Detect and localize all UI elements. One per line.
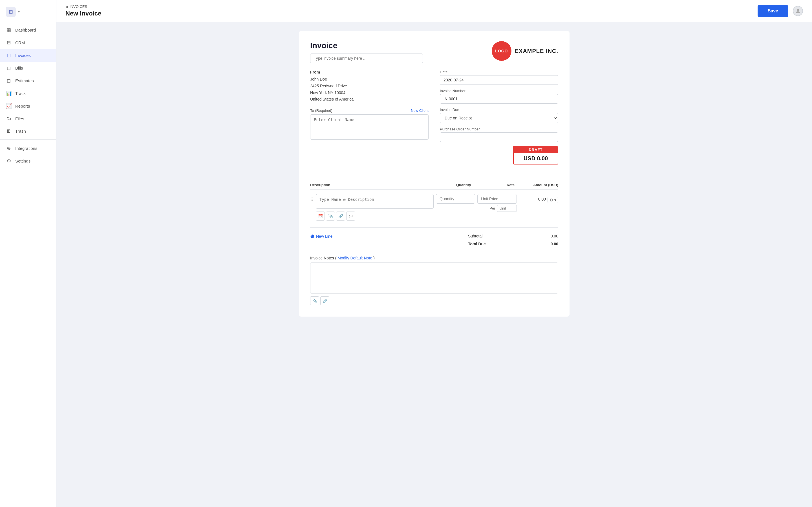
- estimates-icon: ◻: [6, 78, 12, 83]
- breadcrumb-arrow-icon: ◀: [65, 5, 68, 9]
- avatar[interactable]: [793, 6, 803, 16]
- sidebar: ⊞ ▾ ▦ Dashboard ⊟ CRM ◻ Invoices ◻ Bills…: [0, 0, 56, 507]
- line-item: ⠿ 📅 📎 🔗 🏷 Per: [310, 192, 558, 223]
- sidebar-nav: ▦ Dashboard ⊟ CRM ◻ Invoices ◻ Bills ◻ E…: [0, 24, 56, 503]
- topbar-right: Save: [758, 5, 803, 17]
- settings-icon: ⚙: [6, 158, 12, 164]
- dashboard-icon: ▦: [6, 27, 12, 33]
- notes-icons: 📎 🔗: [310, 296, 558, 305]
- line-item-icons: 📅 📎 🔗 🏷: [316, 212, 434, 221]
- form-right: Date Invoice Number Invoice Due Due on R…: [440, 70, 558, 170]
- invoice-number-input[interactable]: [440, 94, 558, 104]
- divider-1: [310, 176, 558, 176]
- date-input[interactable]: [440, 75, 558, 85]
- draft-box: DRAFT USD 0.00: [513, 146, 558, 165]
- sidebar-item-bills[interactable]: ◻ Bills: [0, 62, 56, 74]
- from-address2: New York NY 10004: [310, 90, 428, 96]
- total-due-label: Total Due: [468, 242, 486, 246]
- draft-badge: DRAFT: [514, 147, 558, 153]
- sidebar-item-label: CRM: [15, 40, 25, 45]
- invoice-card: Invoice LOGO EXAMPLE INC. From John Doe: [299, 31, 569, 317]
- invoice-due-select[interactable]: Due on Receipt Net 15 Net 30 Net 60 Cust…: [440, 113, 558, 123]
- invoice-due-field-group: Invoice Due Due on Receipt Net 15 Net 30…: [440, 108, 558, 123]
- notes-section: Invoice Notes ( Modify Default Note ) 📎 …: [310, 256, 558, 305]
- invoice-left-header: Invoice: [310, 41, 423, 63]
- to-header: To (Required) New Client: [310, 108, 428, 113]
- unit-price-input[interactable]: [477, 194, 516, 204]
- plus-icon: ⊕: [310, 233, 314, 239]
- new-client-link[interactable]: New Client: [411, 108, 428, 113]
- drag-handle-icon[interactable]: ⠿: [310, 194, 313, 202]
- sidebar-item-label: Bills: [15, 66, 23, 70]
- sidebar-item-integrations[interactable]: ⊕ Integrations: [0, 142, 56, 155]
- date-label: Date: [440, 70, 558, 74]
- calendar-icon-btn[interactable]: 📅: [316, 212, 325, 221]
- invoice-summary-input[interactable]: [310, 54, 423, 63]
- sidebar-item-dashboard[interactable]: ▦ Dashboard: [0, 24, 56, 36]
- quantity-input[interactable]: [436, 194, 475, 204]
- new-line-label: New Line: [316, 234, 333, 238]
- crm-icon: ⊟: [6, 40, 12, 46]
- topbar-left: ◀ INVOICES New Invoice: [65, 4, 101, 17]
- integrations-icon: ⊕: [6, 145, 12, 151]
- tag-icon-btn[interactable]: 🏷: [346, 212, 355, 221]
- sidebar-item-track[interactable]: 📊 Track: [0, 87, 56, 100]
- attachment-icon-btn[interactable]: 📎: [326, 212, 335, 221]
- to-label: To (Required): [310, 108, 333, 113]
- unit-input[interactable]: [497, 205, 517, 212]
- po-number-input[interactable]: [440, 132, 558, 142]
- line-item-amount-value: 0.00: [538, 197, 546, 202]
- content-area: Invoice LOGO EXAMPLE INC. From John Doe: [56, 22, 812, 507]
- sidebar-item-label: Invoices: [15, 53, 31, 58]
- line-item-gear-button[interactable]: ⚙ ▾: [548, 197, 558, 203]
- invoice-header: Invoice LOGO EXAMPLE INC.: [310, 41, 558, 63]
- sidebar-logo[interactable]: ⊞ ▾: [0, 4, 56, 24]
- table-header: Description Quantity Rate Amount (USD): [310, 180, 558, 189]
- line-item-desc-col: 📅 📎 🔗 🏷: [316, 194, 434, 221]
- notes-textarea[interactable]: [310, 263, 558, 293]
- total-due-value: 0.00: [551, 242, 558, 246]
- sidebar-item-label: Trash: [15, 129, 26, 133]
- save-button[interactable]: Save: [758, 5, 788, 17]
- files-icon: 🗂: [6, 116, 12, 121]
- topbar: ◀ INVOICES New Invoice Save: [56, 0, 812, 22]
- col-description-header: Description: [310, 183, 431, 187]
- date-field-group: Date: [440, 70, 558, 85]
- sidebar-item-invoices[interactable]: ◻ Invoices: [0, 49, 56, 62]
- sidebar-item-label: Reports: [15, 104, 30, 108]
- svg-point-0: [797, 9, 799, 11]
- modify-default-note-link[interactable]: Modify Default Note: [338, 256, 372, 260]
- link-icon-btn[interactable]: 🔗: [336, 212, 345, 221]
- line-item-qty-col: [436, 194, 475, 204]
- line-item-rate-col: Per: [477, 194, 516, 212]
- sidebar-item-trash[interactable]: 🗑 Trash: [0, 125, 56, 137]
- sidebar-item-crm[interactable]: ⊟ CRM: [0, 36, 56, 49]
- page-title: New Invoice: [65, 10, 101, 17]
- divider-2: [310, 227, 558, 228]
- subtotal-label: Subtotal: [468, 234, 483, 238]
- new-line-button[interactable]: ⊕ New Line: [310, 232, 333, 240]
- line-item-description-input[interactable]: [316, 194, 434, 209]
- chevron-down-icon: ▾: [18, 10, 20, 14]
- from-address1: 2425 Redwood Drive: [310, 83, 428, 90]
- invoices-icon: ◻: [6, 52, 12, 58]
- sidebar-item-files[interactable]: 🗂 Files: [0, 112, 56, 125]
- to-section: To (Required) New Client: [310, 108, 428, 141]
- sidebar-item-estimates[interactable]: ◻ Estimates: [0, 74, 56, 87]
- sidebar-item-reports[interactable]: 📈 Reports: [0, 100, 56, 112]
- from-address: John Doe 2425 Redwood Drive New York NY …: [310, 76, 428, 103]
- notes-link-icon-btn[interactable]: 🔗: [320, 296, 329, 305]
- form-row: From John Doe 2425 Redwood Drive New Yor…: [310, 70, 558, 170]
- sidebar-item-label: Integrations: [15, 146, 37, 151]
- col-amount-header: Amount (USD): [518, 183, 558, 187]
- app-logo-icon: ⊞: [6, 7, 16, 17]
- subtotal-row: Subtotal 0.00: [468, 232, 558, 240]
- bills-icon: ◻: [6, 65, 12, 71]
- sidebar-item-label: Estimates: [15, 78, 34, 83]
- client-name-input[interactable]: [310, 114, 428, 140]
- logo-area: LOGO EXAMPLE INC.: [492, 41, 558, 61]
- sidebar-item-settings[interactable]: ⚙ Settings: [0, 155, 56, 167]
- notes-attachment-icon-btn[interactable]: 📎: [310, 296, 319, 305]
- breadcrumb-text[interactable]: INVOICES: [70, 4, 87, 9]
- company-logo: LOGO: [492, 41, 511, 61]
